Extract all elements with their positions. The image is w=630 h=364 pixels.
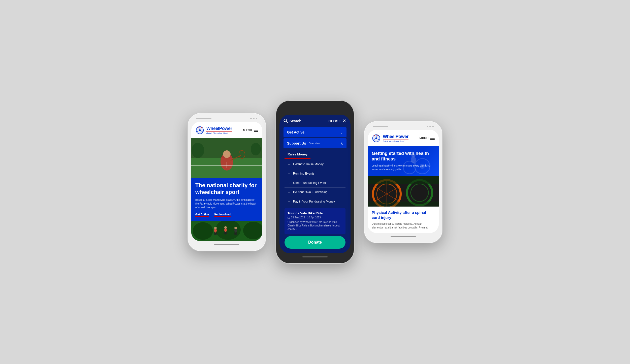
nav-top-row: Search CLOSE ✕ bbox=[284, 118, 346, 124]
hero-title: The national charity for wheelchair spor… bbox=[195, 182, 258, 195]
hamburger-icon-left bbox=[254, 129, 258, 132]
phone-left: WheelPower British Wheelchair Sport MENU bbox=[188, 113, 266, 251]
menu-button-left[interactable]: MENU bbox=[243, 129, 258, 132]
arrow-icon-5: → bbox=[288, 200, 291, 204]
submenu-item-5[interactable]: → Pay in Your Fundraising Money bbox=[285, 197, 345, 206]
nav-get-active-label: Get Active bbox=[287, 130, 304, 134]
article-image-right bbox=[368, 176, 439, 207]
logo-subtitle-left: British Wheelchair Sport bbox=[206, 132, 232, 134]
event-date: 23 Jan 2023 - 10 Apr 2023 bbox=[288, 216, 342, 219]
search-label: Search bbox=[290, 119, 301, 123]
hamburger-line bbox=[430, 137, 435, 137]
article2-title[interactable]: Physical Activity after a spinal cord in… bbox=[372, 210, 435, 220]
hero-image-left bbox=[191, 138, 262, 178]
logo-text-right: WheelPower British Wheelchair Sport bbox=[383, 134, 408, 142]
search-icon bbox=[284, 119, 288, 123]
home-indicator-center bbox=[302, 256, 328, 257]
submenu-section: Raise Money → I Want to Raise Money → Ru… bbox=[284, 149, 346, 206]
phones-container: WheelPower British Wheelchair Sport MENU bbox=[139, 101, 491, 263]
submenu-label-2: Running Events bbox=[293, 172, 314, 175]
submenu-item-1[interactable]: → I Want to Raise Money bbox=[285, 160, 345, 169]
submenu-item-2[interactable]: → Running Events bbox=[285, 169, 345, 178]
close-icon: ✕ bbox=[342, 118, 346, 124]
phone-screen-left: WheelPower British Wheelchair Sport MENU bbox=[191, 122, 262, 241]
phone-screen-center: Search CLOSE ✕ Get Active ⌄ Support Us bbox=[279, 115, 351, 253]
phone-speaker-right bbox=[373, 126, 388, 127]
nav-overview-label: Overview bbox=[308, 142, 320, 145]
event-date-text: 23 Jan 2023 - 10 Apr 2023 bbox=[291, 216, 321, 219]
submenu-label-1: I Want to Raise Money bbox=[293, 162, 324, 166]
hamburger-line bbox=[254, 131, 258, 132]
logo-name-left: WheelPower bbox=[206, 126, 232, 131]
close-row[interactable]: CLOSE ✕ bbox=[328, 118, 346, 124]
logo-left: WheelPower British Wheelchair Sport bbox=[195, 126, 232, 135]
svg-line-32 bbox=[286, 121, 288, 123]
event-description: Organised by WheelPower, the Tour de Val… bbox=[288, 220, 342, 231]
svg-point-24 bbox=[214, 227, 217, 229]
event-title: Tour de Vale Bike Ride bbox=[288, 211, 342, 215]
hero-description: Based at Stoke Mandeville Stadium, the b… bbox=[195, 198, 258, 209]
phone-speaker-left bbox=[196, 118, 211, 119]
hamburger-line bbox=[254, 130, 258, 130]
submenu-raise-money: Raise Money bbox=[285, 149, 310, 159]
event-card: Tour de Vale Bike Ride 23 Jan 2023 - 10 … bbox=[285, 208, 345, 234]
nav-item-get-active[interactable]: Get Active ⌄ bbox=[284, 127, 346, 137]
wheelpower-logo-icon bbox=[195, 126, 204, 135]
svg-point-11 bbox=[223, 150, 231, 158]
logo-subtitle-right: British Wheelchair Sport bbox=[383, 140, 408, 142]
arrow-icon-3: → bbox=[288, 181, 291, 185]
svg-rect-33 bbox=[288, 217, 290, 219]
phone-screen-right: WheelPower British Wheelchair Sport MENU bbox=[368, 130, 439, 233]
article-card-blue: Getting started with health and fitness … bbox=[368, 146, 439, 176]
svg-rect-55 bbox=[368, 176, 439, 184]
arrow-icon-4: → bbox=[288, 190, 291, 194]
hamburger-line bbox=[254, 129, 258, 129]
article1-description: Leading a healthy lifestyle can make eve… bbox=[372, 164, 435, 171]
home-indicator-left bbox=[214, 244, 239, 245]
arrow-icon-2: → bbox=[288, 172, 291, 176]
phone-center: Search CLOSE ✕ Get Active ⌄ Support Us bbox=[276, 101, 354, 263]
submenu-label-3: Other Fundraising Events bbox=[293, 181, 327, 185]
phone-right: WheelPower British Wheelchair Sport MENU bbox=[364, 121, 442, 243]
article1-title: Getting started with health and fitness bbox=[372, 151, 435, 162]
svg-point-30 bbox=[234, 227, 237, 229]
get-involved-link[interactable]: Get Involved bbox=[214, 213, 231, 217]
svg-point-15 bbox=[251, 143, 261, 155]
svg-point-19 bbox=[193, 222, 213, 240]
phone3-header: WheelPower British Wheelchair Sport MENU bbox=[368, 130, 439, 146]
logo-text-left: WheelPower British Wheelchair Sport bbox=[206, 126, 232, 134]
submenu-item-4[interactable]: → Do Your Own Fundraising bbox=[285, 188, 345, 197]
menu-label-left: MENU bbox=[243, 129, 252, 132]
home-indicator-right bbox=[391, 236, 416, 237]
phone-dot bbox=[253, 118, 255, 119]
phone1-header: WheelPower British Wheelchair Sport MENU bbox=[191, 122, 262, 138]
logo-name-right: WheelPower bbox=[383, 134, 408, 139]
phone-notch bbox=[300, 106, 330, 113]
menu-button-right[interactable]: MENU bbox=[420, 137, 435, 140]
arrow-icon-1: → bbox=[288, 162, 291, 166]
svg-point-14 bbox=[192, 143, 204, 158]
submenu-header: Raise Money bbox=[285, 149, 345, 160]
nav-chevron-down: ⌄ bbox=[340, 130, 343, 134]
phone-dot bbox=[432, 126, 434, 127]
second-image-left bbox=[191, 221, 262, 241]
calendar-icon bbox=[288, 216, 290, 219]
get-active-link-left[interactable]: Get Active bbox=[195, 213, 209, 217]
close-label: CLOSE bbox=[328, 119, 341, 123]
donate-button[interactable]: Donate bbox=[285, 236, 345, 249]
hero-text-box: The national charity for wheelchair spor… bbox=[191, 178, 262, 221]
hamburger-icon-right bbox=[430, 137, 435, 140]
search-row[interactable]: Search bbox=[284, 119, 301, 123]
logo-right: WheelPower British Wheelchair Sport bbox=[372, 134, 408, 143]
nav-item-support-us[interactable]: Support Us Overview ∧ bbox=[284, 138, 346, 148]
menu-label-right: MENU bbox=[420, 137, 429, 140]
hero-links: Get Active Get Involved bbox=[195, 213, 258, 217]
nav-support-label: Support Us bbox=[287, 141, 306, 145]
phone-dot bbox=[256, 118, 257, 119]
phone-dot bbox=[429, 126, 431, 127]
submenu-item-3[interactable]: → Other Fundraising Events bbox=[285, 178, 345, 188]
nav-chevron-up: ∧ bbox=[340, 141, 343, 145]
article2-body: Duis molestie est eu iaculis molestie. A… bbox=[372, 222, 435, 229]
phone2-navigation: Search CLOSE ✕ Get Active ⌄ Support Us bbox=[279, 115, 351, 253]
nav-support-left: Support Us Overview bbox=[287, 141, 320, 145]
